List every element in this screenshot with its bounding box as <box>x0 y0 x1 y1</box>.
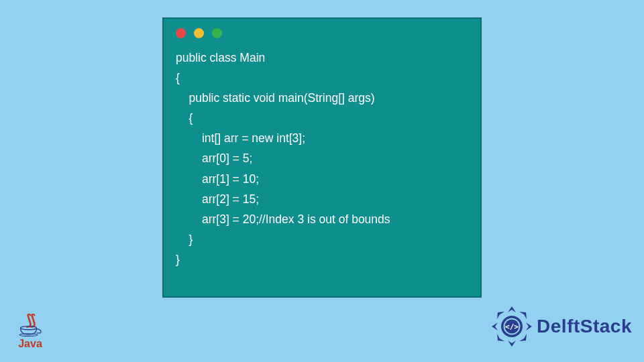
svg-marker-4 <box>508 341 516 347</box>
svg-marker-7 <box>519 334 527 341</box>
maximize-icon <box>212 28 222 38</box>
code-block: public class Main { public static void m… <box>164 44 480 269</box>
svg-marker-9 <box>497 312 504 319</box>
svg-marker-2 <box>508 306 516 312</box>
java-cup-icon <box>19 326 42 337</box>
svg-marker-3 <box>526 322 532 330</box>
svg-marker-8 <box>497 334 504 341</box>
svg-marker-6 <box>519 312 527 319</box>
delftstack-logo: </> DelftStack <box>491 306 632 347</box>
svg-text:</>: </> <box>505 322 519 331</box>
code-window: public class Main { public static void m… <box>162 17 482 298</box>
delftstack-logo-label: DelftStack <box>537 316 632 337</box>
java-steam-icon: ⟆⟆ <box>12 316 48 324</box>
svg-point-1 <box>19 334 38 337</box>
svg-marker-5 <box>492 322 498 330</box>
window-traffic-lights <box>164 19 480 44</box>
delftstack-badge-icon: </> <box>491 306 533 347</box>
minimize-icon <box>194 28 204 38</box>
java-logo-label: Java <box>12 338 48 350</box>
java-logo: ⟆⟆ Java <box>12 316 48 350</box>
svg-point-0 <box>21 326 37 330</box>
close-icon <box>176 28 186 38</box>
